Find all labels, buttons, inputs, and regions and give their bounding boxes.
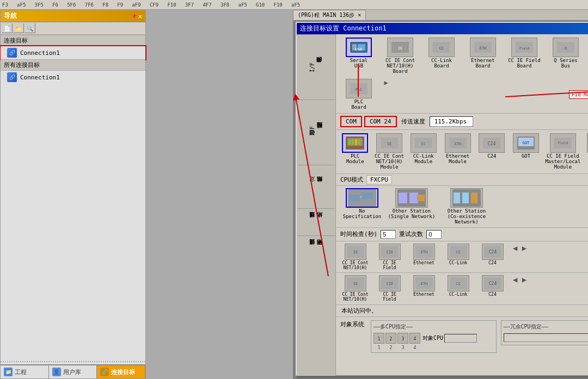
net2-cciefield-label: CC IEField [383, 293, 396, 302]
svg-rect-40 [349, 195, 360, 201]
speed-label: 传送速度 [399, 117, 427, 126]
target-system-input[interactable] [504, 333, 589, 342]
qseries-label: Q SeriesBus [554, 58, 577, 69]
net1-c24[interactable]: C24 C24 [477, 244, 507, 266]
device-cclink-module[interactable]: CC CC-LinkModule [408, 133, 438, 165]
plc-module-label: PLCModule [346, 154, 364, 165]
target-cpu-input[interactable] [444, 334, 477, 343]
net2-cclink[interactable]: CC CC-Link [443, 275, 473, 297]
target-system-row-label: 对象系统 [340, 320, 364, 328]
com-button[interactable]: COM [340, 116, 362, 127]
retry-input[interactable] [426, 230, 442, 239]
device-ccienet[interactable]: IE CC IE ContNET/10(H)Board [382, 38, 419, 74]
toolbar: F3 aF5 3F5 F6 5F6 7F6 F8 F9 aF9 CF9 F10 … [0, 0, 588, 10]
svg-text:ETH: ETH [420, 250, 427, 254]
net2-cciecont[interactable]: IE CC IE ContNET/10(H) [340, 275, 370, 302]
other-station-label: 其他站指定 [297, 165, 335, 208]
svg-rect-20 [348, 139, 351, 145]
svg-text:C24: C24 [488, 141, 496, 146]
svg-rect-23 [358, 139, 360, 145]
cpu-mode-label: CPU模式 [340, 176, 363, 184]
svg-rect-41 [362, 192, 373, 199]
svg-rect-21 [352, 139, 354, 145]
net2-scroll[interactable]: ◀ ▶ [512, 275, 528, 284]
ethernet-board-icon: ETH [470, 38, 496, 57]
net1-ethernet[interactable]: ETH Ethernet [409, 244, 439, 266]
current-connection1-item[interactable]: 🔗 Connection1 [1, 46, 145, 59]
footer-tab-connection[interactable]: 🔗 连接目标 [97, 365, 145, 378]
svg-rect-50 [471, 192, 477, 203]
footer-tab-project[interactable]: 📁 工程 [1, 365, 49, 378]
local-station-label: 本站访问中。 [341, 307, 377, 314]
net1-scroll[interactable]: ◀ ▶ [512, 244, 528, 252]
cpu-btn-3[interactable]: 3 [397, 333, 408, 344]
ccie-field-label: CC IE FieldBoard [508, 58, 541, 69]
time-check-input[interactable] [381, 230, 396, 239]
svg-rect-49 [462, 192, 469, 203]
device-cciecont-module[interactable]: IE CC IE ContNET/10(H)Module [375, 133, 405, 170]
nav-panel: 导航 📌 ✕ 📄 📁 🔍 连接目标 🔗 Connection1 所有连接目标 🔗… [0, 10, 146, 379]
nav-panel-close[interactable]: ✕ [138, 13, 142, 20]
network-path-label: 網絡通信路徑 [297, 208, 335, 235]
main-tab[interactable]: (PRG)程 MAIN 136步 × [293, 10, 366, 20]
net2-cciecont-icon: IE [345, 275, 366, 291]
connection-tab-icon: 🔗 [100, 368, 109, 376]
device-plc-board[interactable]: PLC PLCBoard [340, 79, 377, 110]
footer-tab-userlib[interactable]: 👤 用户库 [49, 365, 97, 378]
device-qseries[interactable]: Q Q SeriesBus [547, 38, 584, 69]
redundant-cpu-section: ——冗余CPU指定—— ▼ [501, 320, 589, 345]
net-row-2: IE CC IE ContNET/10(H) CIE CC IEField [336, 273, 588, 305]
row1-scroll-right[interactable]: ▶ [382, 79, 390, 86]
svg-text:ETH: ETH [420, 282, 427, 286]
net2-cciefield[interactable]: CIE CC IEField [375, 275, 405, 302]
device-other-single[interactable]: Other Station(Single Network) [387, 188, 436, 220]
all-connection1-item[interactable]: 🔗 Connection1 [1, 71, 145, 84]
device-ethernet-module[interactable]: ETH EthernetModule [443, 133, 473, 165]
connection-icon: 🔗 [7, 48, 17, 58]
net1-cciefield[interactable]: CIE CC IEField [375, 244, 405, 271]
diff-network-label: 不同網絡通信路徑 [297, 235, 335, 263]
dialog-title: 连接目标设置 Connection1 [300, 24, 387, 33]
device-other-coexist[interactable]: Other Station(Co-existence Network) [439, 188, 494, 225]
svg-text:Field: Field [558, 141, 568, 145]
nav-tool-search[interactable]: 🔍 [24, 23, 35, 33]
net1-cciecont-icon: IE [345, 244, 366, 260]
cpu-btn-1[interactable]: 1 [373, 333, 384, 344]
footer-separator [1, 361, 145, 362]
ethernet-module-label: EthernetModule [446, 154, 469, 165]
time-retry-row: 时间检查(秒) 重试次数 [340, 230, 588, 239]
other-station-row: No Specification Oth [336, 186, 588, 228]
time-retry-section: 时间检查(秒) 重试次数 [336, 228, 588, 241]
nav-tool-new[interactable]: 📄 [2, 23, 13, 33]
nav-panel-pin[interactable]: 📌 [131, 13, 137, 19]
device-plc-module[interactable]: PLCModule [340, 133, 370, 165]
net1-cciecont[interactable]: IE CC IE ContNET/10(H) [340, 244, 370, 271]
device-ccie-field-module[interactable]: Field CC IE FieldMaster/LocalModule [545, 133, 580, 170]
cclink-board-label: CC-LinkBoard [431, 58, 452, 69]
cpu-btn-2[interactable]: 2 [385, 333, 396, 344]
device-got[interactable]: GOT GOT [511, 133, 541, 159]
nav-tool-open[interactable]: 📁 [13, 23, 24, 33]
net2-ethernet[interactable]: ETH Ethernet [409, 275, 439, 297]
cpu-btn-4[interactable]: 4 [409, 333, 420, 344]
device-ethernet-board[interactable]: ETH EthernetBoard [464, 38, 501, 69]
net1-cclink-label: CC-Link [449, 261, 468, 266]
project-icon: 📁 [4, 368, 13, 376]
svg-text:IE: IE [398, 46, 402, 51]
nav-panel-title: 导航 [4, 11, 17, 21]
multi-cpu-label: 多CPU指定 [380, 324, 406, 330]
net2-c24[interactable]: C24 C24 [477, 275, 507, 297]
device-serial-usb[interactable]: USB SerialUSB [340, 38, 377, 69]
ethernet-module-icon: ETH [445, 133, 471, 153]
nav-panel-title-bar: 导航 📌 ✕ [1, 10, 145, 22]
device-no-spec[interactable]: No Specification [340, 188, 384, 220]
svg-text:C24: C24 [488, 281, 497, 286]
device-ccie-field[interactable]: Field CC IE FieldBoard [506, 38, 543, 69]
device-head-module[interactable]: Head Head Module [585, 133, 588, 165]
net1-cclink[interactable]: CC CC-Link [443, 244, 473, 266]
device-cclink-board[interactable]: CC CC-LinkBoard [423, 38, 460, 69]
target-cpu-label: 对象CPU [422, 334, 443, 342]
svg-text:GOT: GOT [523, 141, 530, 145]
com24-button[interactable]: COM 24 [364, 116, 397, 127]
device-c24[interactable]: C24 C24 [477, 133, 507, 159]
